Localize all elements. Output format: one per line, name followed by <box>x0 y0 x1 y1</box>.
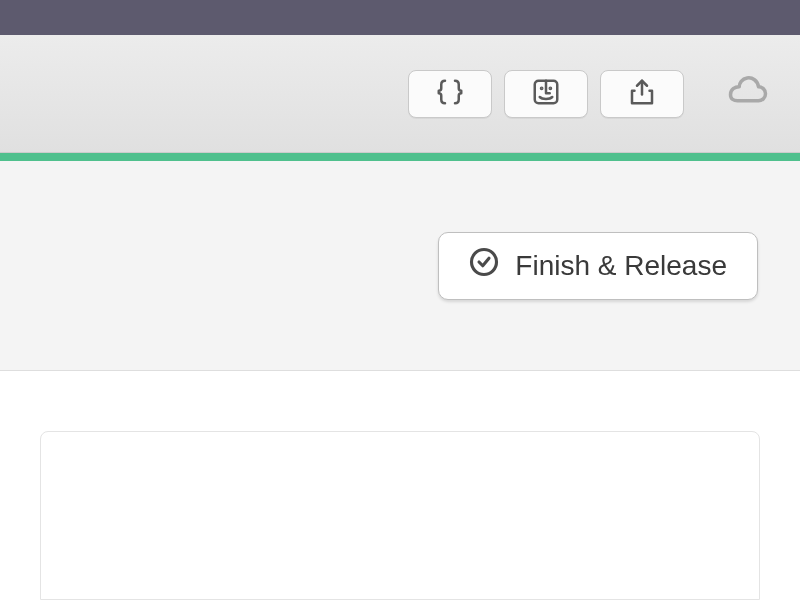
code-button[interactable] <box>408 70 492 118</box>
finder-button[interactable] <box>504 70 588 118</box>
content-panel <box>40 431 760 600</box>
action-area: Finish & Release <box>0 161 800 371</box>
braces-icon <box>435 77 465 111</box>
share-button[interactable] <box>600 70 684 118</box>
svg-point-2 <box>550 87 551 88</box>
toolbar <box>0 35 800 153</box>
window-titlebar <box>0 0 800 35</box>
content-area <box>0 371 800 600</box>
finish-release-label: Finish & Release <box>515 250 727 282</box>
cloud-status <box>726 72 770 116</box>
check-circle-icon <box>469 247 499 284</box>
finish-release-button[interactable]: Finish & Release <box>438 232 758 300</box>
cloud-icon <box>727 71 769 117</box>
svg-point-1 <box>541 87 542 88</box>
progress-bar <box>0 153 800 161</box>
finder-icon <box>531 77 561 111</box>
share-icon <box>627 77 657 111</box>
